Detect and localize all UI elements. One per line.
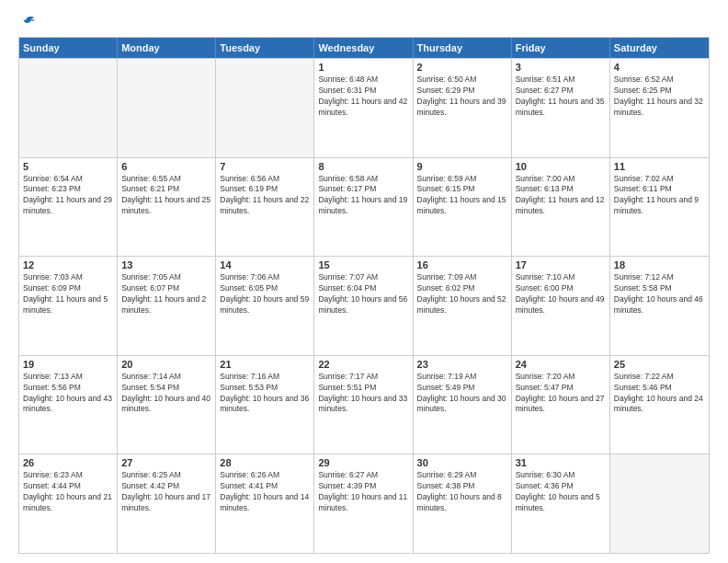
cell-detail: Sunrise: 7:16 AMSunset: 5:53 PMDaylight:…: [220, 372, 310, 416]
day-number: 28: [220, 457, 310, 468]
calendar-cell: 16Sunrise: 7:09 AMSunset: 6:02 PMDayligh…: [414, 257, 512, 355]
calendar-cell: 4Sunrise: 6:52 AMSunset: 6:25 PMDaylight…: [610, 59, 709, 157]
day-number: 8: [318, 161, 408, 172]
calendar-cell: 15Sunrise: 7:07 AMSunset: 6:04 PMDayligh…: [314, 257, 413, 355]
cell-detail: Sunrise: 6:25 AMSunset: 4:42 PMDaylight:…: [121, 470, 211, 514]
day-number: 20: [121, 359, 211, 370]
calendar-cell: 12Sunrise: 7:03 AMSunset: 6:09 PMDayligh…: [19, 257, 118, 355]
cell-detail: Sunrise: 6:55 AMSunset: 6:21 PMDaylight:…: [121, 174, 211, 218]
calendar-cell: 1Sunrise: 6:48 AMSunset: 6:31 PMDaylight…: [314, 59, 413, 157]
day-number: 29: [318, 457, 408, 468]
calendar-cell: 22Sunrise: 7:17 AMSunset: 5:51 PMDayligh…: [314, 356, 413, 454]
cell-detail: Sunrise: 6:30 AMSunset: 4:36 PMDaylight:…: [516, 470, 606, 514]
cell-detail: Sunrise: 6:48 AMSunset: 6:31 PMDaylight:…: [318, 75, 408, 119]
day-number: 13: [121, 259, 211, 270]
day-number: 10: [516, 161, 606, 172]
calendar-cell: 30Sunrise: 6:29 AMSunset: 4:38 PMDayligh…: [414, 454, 512, 553]
day-number: 6: [121, 161, 211, 172]
day-number: 12: [23, 259, 113, 270]
calendar-header: SundayMondayTuesdayWednesdayThursdayFrid…: [19, 38, 709, 58]
calendar-cell: 24Sunrise: 7:20 AMSunset: 5:47 PMDayligh…: [512, 356, 610, 454]
calendar-cell: 11Sunrise: 7:02 AMSunset: 6:11 PMDayligh…: [610, 158, 709, 257]
day-number: 3: [516, 62, 606, 73]
calendar-cell: 28Sunrise: 6:26 AMSunset: 4:41 PMDayligh…: [216, 454, 314, 553]
cell-detail: Sunrise: 7:19 AMSunset: 5:49 PMDaylight:…: [417, 372, 507, 416]
calendar-cell: [118, 59, 216, 157]
calendar-cell: 7Sunrise: 6:56 AMSunset: 6:19 PMDaylight…: [216, 158, 314, 257]
day-number: 25: [614, 359, 705, 370]
calendar-cell: 13Sunrise: 7:05 AMSunset: 6:07 PMDayligh…: [118, 257, 216, 355]
day-number: 27: [121, 457, 211, 468]
calendar-row-0: 1Sunrise: 6:48 AMSunset: 6:31 PMDaylight…: [19, 58, 709, 157]
cell-detail: Sunrise: 7:07 AMSunset: 6:04 PMDaylight:…: [318, 272, 408, 316]
header-day-friday: Friday: [512, 38, 610, 58]
cell-detail: Sunrise: 7:13 AMSunset: 5:56 PMDaylight:…: [23, 372, 113, 416]
calendar-cell: 23Sunrise: 7:19 AMSunset: 5:49 PMDayligh…: [414, 356, 512, 454]
header: [18, 15, 710, 28]
calendar-cell: 31Sunrise: 6:30 AMSunset: 4:36 PMDayligh…: [512, 454, 610, 553]
calendar-cell: 26Sunrise: 6:23 AMSunset: 4:44 PMDayligh…: [19, 454, 118, 553]
calendar-cell: 27Sunrise: 6:25 AMSunset: 4:42 PMDayligh…: [118, 454, 216, 553]
cell-detail: Sunrise: 6:51 AMSunset: 6:27 PMDaylight:…: [516, 75, 606, 119]
day-number: 26: [23, 457, 113, 468]
cell-detail: Sunrise: 6:29 AMSunset: 4:38 PMDaylight:…: [417, 470, 507, 514]
cell-detail: Sunrise: 7:12 AMSunset: 5:58 PMDaylight:…: [614, 272, 705, 316]
calendar-cell: 5Sunrise: 6:54 AMSunset: 6:23 PMDaylight…: [19, 158, 118, 257]
cell-detail: Sunrise: 6:50 AMSunset: 6:29 PMDaylight:…: [417, 75, 507, 119]
calendar-cell: [216, 59, 314, 157]
header-day-monday: Monday: [118, 38, 216, 58]
cell-detail: Sunrise: 6:52 AMSunset: 6:25 PMDaylight:…: [614, 75, 705, 119]
header-day-saturday: Saturday: [610, 38, 709, 58]
day-number: 11: [614, 161, 705, 172]
day-number: 30: [417, 457, 507, 468]
calendar-cell: 10Sunrise: 7:00 AMSunset: 6:13 PMDayligh…: [512, 158, 610, 257]
day-number: 31: [516, 457, 606, 468]
calendar-cell: 20Sunrise: 7:14 AMSunset: 5:54 PMDayligh…: [118, 356, 216, 454]
calendar-row-2: 12Sunrise: 7:03 AMSunset: 6:09 PMDayligh…: [19, 256, 709, 355]
calendar-cell: [19, 59, 118, 157]
cell-detail: Sunrise: 6:54 AMSunset: 6:23 PMDaylight:…: [23, 174, 113, 218]
page: SundayMondayTuesdayWednesdayThursdayFrid…: [0, 0, 728, 563]
calendar-body: 1Sunrise: 6:48 AMSunset: 6:31 PMDaylight…: [19, 58, 709, 553]
cell-detail: Sunrise: 7:09 AMSunset: 6:02 PMDaylight:…: [417, 272, 507, 316]
day-number: 16: [417, 259, 507, 270]
calendar-cell: 6Sunrise: 6:55 AMSunset: 6:21 PMDaylight…: [118, 158, 216, 257]
calendar-row-4: 26Sunrise: 6:23 AMSunset: 4:44 PMDayligh…: [19, 454, 709, 553]
cell-detail: Sunrise: 6:23 AMSunset: 4:44 PMDaylight:…: [23, 470, 113, 514]
cell-detail: Sunrise: 7:00 AMSunset: 6:13 PMDaylight:…: [516, 174, 606, 218]
calendar-cell: 21Sunrise: 7:16 AMSunset: 5:53 PMDayligh…: [216, 356, 314, 454]
calendar-row-3: 19Sunrise: 7:13 AMSunset: 5:56 PMDayligh…: [19, 355, 709, 454]
day-number: 2: [417, 62, 507, 73]
logo: [18, 15, 37, 28]
cell-detail: Sunrise: 6:26 AMSunset: 4:41 PMDaylight:…: [220, 470, 310, 514]
calendar-cell: 17Sunrise: 7:10 AMSunset: 6:00 PMDayligh…: [512, 257, 610, 355]
calendar-cell: 14Sunrise: 7:06 AMSunset: 6:05 PMDayligh…: [216, 257, 314, 355]
day-number: 22: [318, 359, 408, 370]
day-number: 24: [516, 359, 606, 370]
calendar-cell: 8Sunrise: 6:58 AMSunset: 6:17 PMDaylight…: [314, 158, 413, 257]
day-number: 5: [23, 161, 113, 172]
cell-detail: Sunrise: 6:56 AMSunset: 6:19 PMDaylight:…: [220, 174, 310, 218]
cell-detail: Sunrise: 6:58 AMSunset: 6:17 PMDaylight:…: [318, 174, 408, 218]
cell-detail: Sunrise: 7:10 AMSunset: 6:00 PMDaylight:…: [516, 272, 606, 316]
logo-bird-icon: [20, 15, 37, 31]
day-number: 18: [614, 259, 705, 270]
calendar-row-1: 5Sunrise: 6:54 AMSunset: 6:23 PMDaylight…: [19, 157, 709, 257]
day-number: 14: [220, 259, 310, 270]
day-number: 17: [516, 259, 606, 270]
calendar-cell: 9Sunrise: 6:59 AMSunset: 6:15 PMDaylight…: [414, 158, 512, 257]
day-number: 7: [220, 161, 310, 172]
day-number: 1: [318, 62, 408, 73]
cell-detail: Sunrise: 7:22 AMSunset: 5:46 PMDaylight:…: [614, 372, 705, 416]
header-day-thursday: Thursday: [414, 38, 512, 58]
cell-detail: Sunrise: 6:59 AMSunset: 6:15 PMDaylight:…: [417, 174, 507, 218]
calendar-cell: [610, 454, 709, 553]
cell-detail: Sunrise: 7:17 AMSunset: 5:51 PMDaylight:…: [318, 372, 408, 416]
cell-detail: Sunrise: 7:02 AMSunset: 6:11 PMDaylight:…: [614, 174, 705, 218]
day-number: 9: [417, 161, 507, 172]
header-day-wednesday: Wednesday: [314, 38, 413, 58]
calendar-cell: 25Sunrise: 7:22 AMSunset: 5:46 PMDayligh…: [610, 356, 709, 454]
cell-detail: Sunrise: 7:20 AMSunset: 5:47 PMDaylight:…: [516, 372, 606, 416]
header-day-tuesday: Tuesday: [216, 38, 314, 58]
cell-detail: Sunrise: 7:03 AMSunset: 6:09 PMDaylight:…: [23, 272, 113, 316]
